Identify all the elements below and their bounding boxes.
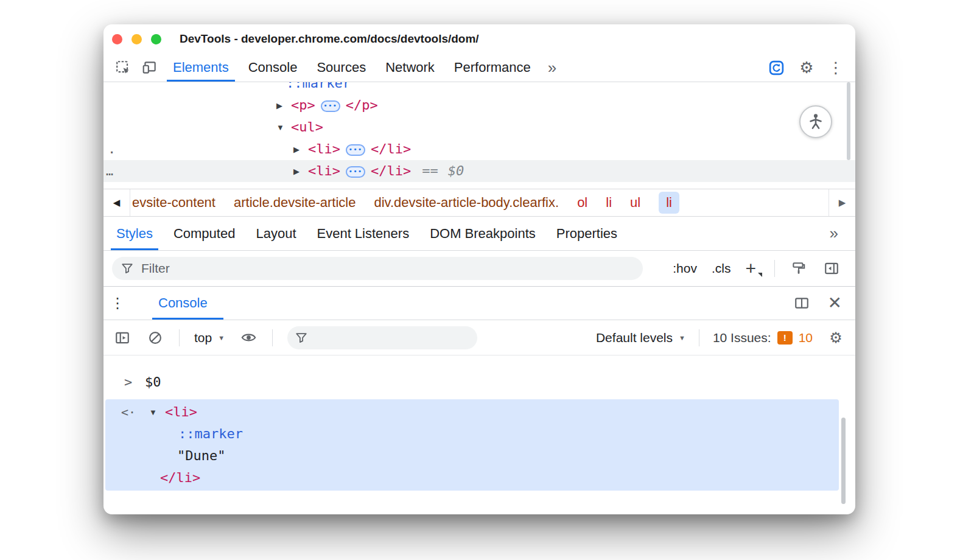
tree-row-p[interactable]: ▶<p>•••</p> [103, 94, 855, 116]
styles-pane-tabs: Styles Computed Layout Event Listeners D… [103, 217, 855, 251]
li-open-tag: <li> [165, 404, 197, 419]
tree-row-ul[interactable]: ▼<ul> [103, 116, 855, 138]
device-toolbar-icon[interactable] [136, 54, 163, 82]
result-li-close-row[interactable]: </li> [105, 467, 839, 489]
console-result-highlighted[interactable]: <·▼<li> ::marker "Dune" </li> [105, 399, 839, 491]
breadcrumb-item[interactable]: li [606, 195, 612, 211]
breadcrumb-item[interactable]: ol [577, 195, 587, 211]
live-expression-eye-icon[interactable] [239, 329, 258, 346]
tab-properties[interactable]: Properties [546, 217, 628, 250]
tree-row-marker[interactable]: ::marker [103, 82, 855, 94]
issues-counter[interactable]: 10 Issues: ! 10 [713, 331, 813, 345]
li-open-tag: <li> [308, 141, 340, 156]
clipped-node-text: . [108, 138, 116, 160]
context-label: top [194, 331, 212, 345]
marker-pseudo-label: ::marker [286, 82, 351, 91]
console-filter[interactable] [287, 326, 477, 349]
collapsed-arrow-icon[interactable]: ▶ [293, 139, 308, 161]
breadcrumb-back-icon[interactable]: ◀ [103, 189, 130, 216]
filter-funnel-icon [121, 262, 134, 275]
breadcrumb-item[interactable]: evsite-content [132, 195, 215, 211]
tab-console[interactable]: Console [239, 54, 307, 82]
tab-performance[interactable]: Performance [444, 54, 541, 82]
toggle-sidebar-icon[interactable] [822, 261, 841, 276]
tab-network[interactable]: Network [376, 54, 444, 82]
issues-label: 10 Issues: [713, 331, 771, 345]
divider [774, 260, 775, 277]
breadcrumb-item[interactable]: div.devsite-article-body.clearfix. [374, 195, 559, 211]
element-classes-button[interactable]: .cls [712, 261, 731, 276]
issues-badge-icon: ! [777, 331, 793, 345]
split-panel-icon[interactable] [793, 295, 811, 311]
breadcrumb-item-selected[interactable]: li [659, 192, 679, 214]
console-sidebar-icon[interactable] [113, 330, 131, 346]
window-title: DevTools - developer.chrome.com/docs/dev… [180, 32, 479, 46]
drawer-kebab-menu-icon[interactable]: ⋮ [103, 287, 131, 320]
console-prompt[interactable]: >$0 [103, 371, 855, 393]
console-settings-gear-icon[interactable]: ⚙ [826, 328, 846, 348]
inspect-element-icon[interactable] [110, 54, 136, 82]
tab-computed[interactable]: Computed [163, 217, 246, 250]
zoom-window-button[interactable] [151, 34, 161, 44]
elements-panel[interactable]: ::marker ▶<p>•••</p> ▼<ul> ▶<li>•••</li>… [103, 82, 855, 189]
console-filter-input[interactable] [314, 331, 470, 345]
tree-row-li[interactable]: ▶<li>•••</li> [103, 138, 855, 160]
tab-sources[interactable]: Sources [307, 54, 376, 82]
close-window-button[interactable] [112, 34, 122, 44]
marker-pseudo-label: ::marker [178, 426, 243, 441]
collapsed-arrow-icon[interactable]: ▶ [293, 161, 308, 183]
accessibility-icon[interactable] [799, 105, 832, 138]
text-node-value: "Dune" [177, 448, 225, 463]
inline-ellipsis-icon[interactable]: ••• [346, 144, 365, 156]
expanded-arrow-icon[interactable]: ▼ [149, 402, 165, 424]
breadcrumb-item[interactable]: article.devsite-article [234, 195, 356, 211]
more-panels-icon[interactable]: » [813, 217, 855, 250]
tree-row-li-selected[interactable]: ▶<li>•••</li>==$0 [103, 160, 855, 182]
chevron-down-icon: ▼ [218, 334, 225, 341]
close-drawer-icon[interactable]: ✕ [828, 295, 842, 312]
divider [179, 329, 180, 346]
minimize-window-button[interactable] [131, 34, 142, 44]
paint-roller-icon[interactable] [790, 261, 808, 276]
result-text-row[interactable]: "Dune" [105, 445, 839, 467]
console-drawer-header: ⋮ Console ✕ [103, 286, 855, 320]
devtools-window: DevTools - developer.chrome.com/docs/dev… [103, 24, 855, 514]
toggle-element-state-button[interactable]: :hov [673, 261, 697, 276]
console-scrollbar[interactable] [841, 418, 846, 504]
breadcrumb-forward-icon[interactable]: ▶ [829, 189, 855, 216]
console-context-selector[interactable]: top ▼ [194, 331, 225, 345]
new-style-rule-button[interactable]: + [745, 258, 760, 279]
kebab-menu-icon[interactable]: ⋮ [824, 55, 848, 80]
equals-sign: == [422, 163, 438, 178]
result-li-open-row[interactable]: <·▼<li> [105, 401, 839, 423]
console-messages[interactable]: >$0 <·▼<li> ::marker "Dune" </li> [103, 371, 855, 514]
li-close-tag: </li> [371, 141, 411, 156]
levels-label: Default levels [596, 331, 673, 345]
tab-dom-breakpoints[interactable]: DOM Breakpoints [419, 217, 546, 250]
result-marker-row[interactable]: ::marker [105, 423, 839, 445]
elements-scrollbar[interactable] [847, 82, 850, 160]
filter-placeholder: Filter [141, 261, 170, 276]
collapsed-arrow-icon[interactable]: ▶ [276, 95, 291, 117]
drawer-tab-console[interactable]: Console [152, 287, 214, 320]
breadcrumb-item[interactable]: ul [630, 195, 640, 211]
inline-ellipsis-icon[interactable]: ••• [321, 100, 340, 112]
prompt-chevron-icon: > [124, 371, 145, 393]
clear-console-icon[interactable] [146, 330, 164, 346]
returned-value-icon: <· [121, 401, 149, 423]
more-tabs-icon[interactable]: » [541, 54, 564, 82]
console-toolbar: top ▼ Default levels ▼ 10 Issues: ! 10 ⚙ [103, 320, 855, 355]
tab-event-listeners[interactable]: Event Listeners [307, 217, 420, 250]
dollar-zero-ref: $0 [448, 163, 464, 178]
square-refresh-icon[interactable] [763, 60, 790, 76]
settings-gear-icon[interactable]: ⚙ [794, 55, 819, 80]
inline-ellipsis-icon[interactable]: ••• [346, 166, 365, 178]
tab-styles[interactable]: Styles [106, 217, 163, 250]
li-close-tag: </li> [371, 163, 411, 178]
tab-layout[interactable]: Layout [245, 217, 306, 250]
log-levels-selector[interactable]: Default levels ▼ [596, 331, 685, 345]
dom-breadcrumbs: ◀ evsite-content article.devsite-article… [103, 189, 855, 217]
styles-filter-input[interactable]: Filter [112, 257, 643, 280]
expanded-arrow-icon[interactable]: ▼ [276, 117, 291, 139]
tab-elements[interactable]: Elements [163, 54, 239, 82]
